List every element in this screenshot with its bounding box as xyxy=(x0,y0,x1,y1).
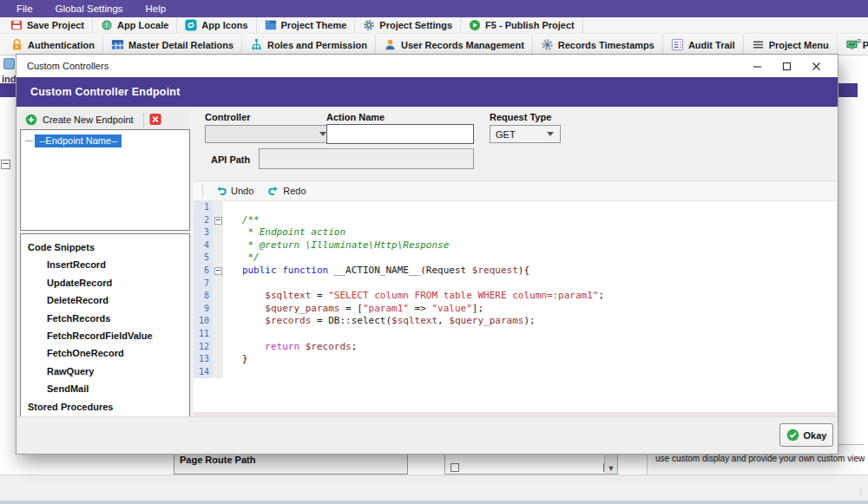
toolbar-label: Project Menu xyxy=(769,40,829,50)
check-icon xyxy=(786,429,799,442)
undo-button[interactable]: Undo xyxy=(208,181,260,200)
line-number: 6 xyxy=(194,265,213,278)
code-editor[interactable]: 12 /**3 * Endpoint action4 * @return \Il… xyxy=(194,201,836,419)
code-text: $query_params = ["param1" => "value"]; xyxy=(223,303,836,316)
toolbar-label: Project Theme xyxy=(281,20,347,30)
toolbar-project: Save ProjectApp LocaleApp IconsProject T… xyxy=(0,17,868,34)
toolbar-label: Records Timestamps xyxy=(558,40,654,50)
minimize-button[interactable] xyxy=(742,56,772,75)
records-timestamps-button[interactable]: Records Timestamps xyxy=(533,35,663,55)
code-line: 14 xyxy=(194,366,836,379)
code-text: */ xyxy=(223,252,836,265)
controller-select[interactable] xyxy=(205,125,333,143)
code-line: 1 xyxy=(194,201,836,214)
project-menu-button[interactable]: Project Menu xyxy=(744,35,838,55)
close-button[interactable] xyxy=(801,56,831,75)
f5-publish-project-button[interactable]: F5 - Publish Project xyxy=(461,17,583,33)
fold-margin xyxy=(213,201,223,214)
audit-trail-button[interactable]: Audit Trail xyxy=(663,35,744,55)
dialog-title: Custom Controllers xyxy=(27,61,742,71)
code-line: 11 xyxy=(194,328,836,341)
snippet-sendmail[interactable]: SendMail xyxy=(21,380,189,397)
toolbar-label: Save Project xyxy=(27,20,84,30)
api-path-input[interactable] xyxy=(259,148,474,169)
snippet-updaterecord[interactable]: UpdateRecord xyxy=(21,274,189,291)
menu-file[interactable]: File xyxy=(5,0,44,17)
toolbar-label: Master Detail Relations xyxy=(128,40,233,50)
create-new-endpoint-button[interactable]: Create New Endpoint xyxy=(20,109,139,129)
dialog-titlebar[interactable]: Custom Controllers xyxy=(16,55,838,78)
play-icon xyxy=(469,19,481,31)
toolbar-label: F5 - Publish Project xyxy=(485,20,575,30)
endpoint-toolbar: Create New Endpoint xyxy=(20,109,190,129)
toolbar-label: App Locale xyxy=(117,20,168,30)
snippet-deleterecord[interactable]: DeleteRecord xyxy=(21,291,189,309)
user-records-management-button[interactable]: User Records Management xyxy=(376,35,533,55)
fold-margin xyxy=(213,303,223,316)
code-text: return $records; xyxy=(223,341,836,354)
code-line: 10 $records = DB::select($sqltext, $quer… xyxy=(194,315,836,328)
menu-global-settings[interactable]: Global Settings xyxy=(44,0,135,17)
snippet-code-snippets[interactable]: Code Snippets xyxy=(21,239,189,256)
status-bar: ⋮⋮ xyxy=(0,475,868,501)
fold-margin xyxy=(213,366,223,379)
line-number: 13 xyxy=(194,353,213,366)
code-text xyxy=(223,328,836,341)
redo-button[interactable]: Redo xyxy=(260,181,312,200)
line-number: 1 xyxy=(194,201,213,214)
save-project-button[interactable]: Save Project xyxy=(3,17,93,33)
code-text: } xyxy=(223,353,836,366)
toolbar-label: Authentication xyxy=(28,40,95,50)
fold-margin xyxy=(213,328,223,341)
code-snippets-tree[interactable]: Code SnippetsInsertRecordUpdateRecordDel… xyxy=(20,233,190,417)
toolbar-label: Project Settings xyxy=(379,20,452,30)
line-number: 9 xyxy=(194,303,213,316)
app-icons-button[interactable]: App Icons xyxy=(177,17,256,33)
master-detail-relations-button[interactable]: Master Detail Relations xyxy=(103,35,242,55)
project-settings-button[interactable]: Project Settings xyxy=(355,17,461,33)
snippet-fetchonerecord[interactable]: FetchOneRecord xyxy=(21,344,189,362)
snippet-stored-procedures[interactable]: Stored Procedures xyxy=(21,398,189,416)
endpoint-tree[interactable]: --Endpoint Name-- xyxy=(20,129,190,231)
authentication-button[interactable]: Authentication xyxy=(3,35,103,55)
line-number: 10 xyxy=(194,315,213,328)
fold-collapse-icon[interactable] xyxy=(214,217,222,225)
code-text: public function __ACTION_NAME__(Request … xyxy=(223,265,836,278)
delete-endpoint-button[interactable] xyxy=(148,113,162,126)
dialog-header: Custom Controller Endpoint xyxy=(16,77,838,107)
roles-and-permission-button[interactable]: Roles and Permission xyxy=(242,35,376,55)
code-line: 5 */ xyxy=(194,252,836,265)
fold-margin xyxy=(213,278,223,291)
audit-list-icon xyxy=(671,38,684,51)
custom-controllers-dialog: Custom Controllers Custom Controller End… xyxy=(16,54,838,455)
fold-collapse-icon[interactable] xyxy=(214,267,222,275)
snippet-fetchrecordfieldvalue[interactable]: FetchRecordFieldValue xyxy=(21,327,189,344)
app-locale-button[interactable]: App Locale xyxy=(93,17,177,33)
fold-margin xyxy=(213,252,223,265)
fold-margin xyxy=(213,290,223,303)
endpoint-tree-item[interactable]: --Endpoint Name-- xyxy=(21,134,189,147)
okay-label: Okay xyxy=(804,430,827,441)
menu-help[interactable]: Help xyxy=(135,0,178,17)
timestamp-gear-icon xyxy=(541,38,554,51)
snippet-insertrecord[interactable]: InsertRecord xyxy=(21,256,189,273)
resize-grip-icon[interactable]: ⋮⋮ xyxy=(857,487,865,495)
toolbar-overflow-icon[interactable]: ≡ xyxy=(857,36,865,45)
save-icon xyxy=(10,19,23,31)
action-name-input[interactable] xyxy=(326,124,474,144)
endpoint-name-item[interactable]: --Endpoint Name-- xyxy=(35,134,122,147)
maximize-button[interactable] xyxy=(772,56,801,75)
snippet-rawquery[interactable]: RawQuery xyxy=(21,363,189,380)
snippet-fetchrecords[interactable]: FetchRecords xyxy=(21,310,189,327)
field-checkbox-left[interactable] xyxy=(450,463,459,472)
tree-expander-icon[interactable] xyxy=(1,160,10,169)
undo-label: Undo xyxy=(231,186,253,196)
okay-button[interactable]: Okay xyxy=(779,423,833,447)
line-number: 12 xyxy=(194,341,213,354)
window-icon xyxy=(265,19,277,31)
chevron-down-icon: ▼ xyxy=(608,463,615,474)
request-type-select[interactable]: GET xyxy=(490,125,561,143)
hamburger-menu-icon xyxy=(752,38,765,51)
redo-label: Redo xyxy=(283,186,306,196)
project-theme-button[interactable]: Project Theme xyxy=(257,17,356,33)
